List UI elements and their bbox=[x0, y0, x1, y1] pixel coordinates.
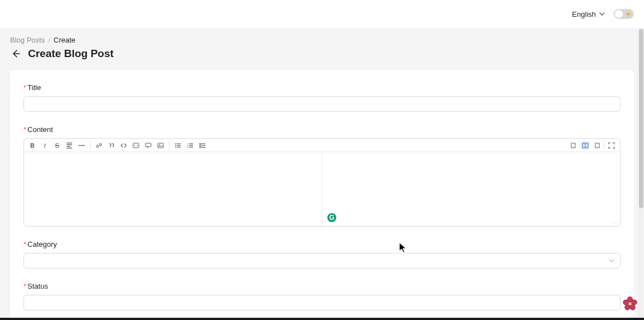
svg-rect-12 bbox=[67, 148, 72, 148]
content-editor: B I S 123 bbox=[23, 138, 621, 227]
chevron-down-icon bbox=[599, 11, 605, 17]
view-editor-icon[interactable] bbox=[570, 142, 578, 149]
checklist-icon[interactable] bbox=[199, 142, 206, 149]
field-label: * Title bbox=[23, 83, 621, 92]
form-item-category: * Category bbox=[23, 240, 621, 269]
back-button[interactable] bbox=[10, 48, 21, 59]
svg-point-0 bbox=[627, 13, 629, 15]
svg-point-20 bbox=[175, 145, 176, 146]
content-label-text: Content bbox=[27, 125, 53, 134]
page-title-row: Create Blog Post bbox=[10, 48, 634, 60]
status-label-text: Status bbox=[27, 282, 48, 290]
svg-rect-21 bbox=[177, 145, 181, 145]
editor-source-pane[interactable] bbox=[24, 152, 322, 226]
toolbar-separator bbox=[169, 142, 170, 149]
sun-icon bbox=[625, 11, 632, 17]
form-item-title: * Title bbox=[23, 83, 621, 112]
toggle-knob bbox=[615, 10, 623, 18]
status-select[interactable] bbox=[23, 295, 621, 310]
breadcrumb: Blog Posts / Create bbox=[10, 36, 634, 44]
svg-rect-25 bbox=[189, 143, 193, 144]
field-label: * Status bbox=[23, 282, 621, 290]
required-mark: * bbox=[23, 83, 26, 92]
svg-rect-23 bbox=[177, 147, 181, 147]
svg-line-5 bbox=[626, 12, 627, 12]
form-item-content: * Content B I S bbox=[23, 125, 621, 227]
grammarly-icon[interactable]: G bbox=[326, 212, 337, 223]
link-icon[interactable] bbox=[95, 142, 103, 149]
svg-rect-13 bbox=[78, 145, 85, 145]
svg-rect-10 bbox=[67, 144, 72, 145]
code-icon[interactable] bbox=[120, 142, 128, 149]
category-select[interactable] bbox=[23, 253, 621, 269]
svg-point-22 bbox=[175, 147, 176, 148]
svg-line-7 bbox=[626, 16, 627, 16]
svg-point-18 bbox=[175, 143, 176, 144]
arrow-left-icon bbox=[11, 49, 20, 58]
flower-badge-icon[interactable] bbox=[622, 295, 638, 312]
required-mark: * bbox=[23, 282, 26, 290]
italic-icon[interactable]: I bbox=[41, 142, 49, 149]
image-icon[interactable] bbox=[157, 142, 164, 149]
svg-rect-30 bbox=[200, 143, 201, 144]
theme-toggle[interactable] bbox=[614, 9, 634, 19]
svg-line-6 bbox=[630, 16, 631, 16]
toolbar-separator bbox=[90, 142, 91, 149]
chevron-down-icon bbox=[609, 258, 614, 263]
svg-line-8 bbox=[630, 12, 631, 12]
svg-rect-33 bbox=[201, 145, 205, 145]
view-preview-icon[interactable] bbox=[593, 142, 600, 149]
form-card: * Title * Content B I S bbox=[10, 70, 634, 320]
fullscreen-icon[interactable] bbox=[608, 142, 615, 149]
svg-rect-9 bbox=[67, 143, 72, 143]
breadcrumb-item[interactable]: Blog Posts bbox=[10, 36, 45, 44]
toolbar-separator bbox=[604, 142, 604, 149]
editor-body: G ⋯ bbox=[24, 152, 620, 226]
list-ul-icon[interactable] bbox=[174, 142, 182, 149]
strikethrough-icon[interactable]: S bbox=[53, 142, 61, 149]
title-input[interactable] bbox=[23, 96, 621, 112]
svg-rect-34 bbox=[200, 147, 201, 148]
title-label-text: Title bbox=[27, 83, 41, 92]
required-mark: * bbox=[23, 240, 26, 248]
hr-icon[interactable] bbox=[78, 142, 86, 149]
svg-rect-19 bbox=[177, 143, 181, 144]
scrollbar-thumb[interactable] bbox=[639, 29, 643, 208]
svg-point-44 bbox=[623, 300, 628, 305]
svg-rect-36 bbox=[571, 143, 575, 148]
flag-icon bbox=[561, 11, 568, 17]
field-label: * Content bbox=[23, 125, 621, 134]
topbar: English bbox=[0, 0, 644, 28]
svg-rect-15 bbox=[145, 143, 151, 147]
comment-icon[interactable] bbox=[144, 142, 152, 149]
page-title: Create Blog Post bbox=[28, 48, 114, 60]
page-wrapper: Blog Posts / Create Create Blog Post * T… bbox=[0, 28, 644, 320]
svg-rect-39 bbox=[595, 143, 599, 148]
svg-point-45 bbox=[628, 302, 632, 306]
svg-point-41 bbox=[632, 300, 637, 305]
svg-text:3: 3 bbox=[187, 147, 189, 149]
svg-rect-29 bbox=[189, 147, 193, 147]
svg-rect-11 bbox=[67, 146, 70, 147]
form-item-status: * Status bbox=[23, 282, 621, 310]
editor-preview-pane bbox=[322, 152, 620, 226]
svg-point-40 bbox=[628, 297, 633, 302]
bottom-strip bbox=[0, 318, 644, 320]
breadcrumb-current: Create bbox=[54, 36, 76, 44]
heading-icon[interactable] bbox=[65, 142, 73, 149]
resize-handle[interactable]: ⋯ bbox=[613, 220, 619, 227]
svg-rect-27 bbox=[189, 145, 193, 145]
svg-rect-35 bbox=[201, 147, 205, 147]
bold-icon[interactable]: B bbox=[29, 142, 36, 149]
view-split-icon[interactable] bbox=[581, 142, 589, 149]
svg-rect-32 bbox=[200, 145, 201, 146]
list-ol-icon[interactable]: 123 bbox=[186, 142, 194, 149]
codeblock-icon[interactable] bbox=[132, 142, 140, 149]
editor-toolbar: B I S 123 bbox=[24, 139, 620, 152]
category-label-text: Category bbox=[27, 240, 57, 248]
svg-rect-31 bbox=[201, 143, 205, 144]
breadcrumb-separator: / bbox=[48, 36, 50, 44]
language-select[interactable]: English bbox=[561, 10, 605, 18]
required-mark: * bbox=[23, 125, 26, 134]
quote-icon[interactable] bbox=[107, 142, 115, 149]
